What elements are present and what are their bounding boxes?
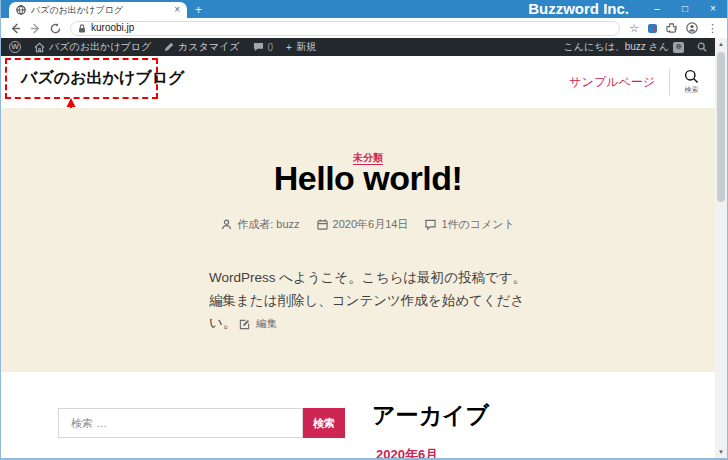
browser-titlebar: バズのお出かけブログ × + Buzzword Inc. – □ × bbox=[1, 0, 727, 18]
close-button[interactable]: × bbox=[699, 0, 727, 18]
home-icon bbox=[34, 42, 45, 53]
plus-icon: + bbox=[286, 42, 292, 53]
page-scrollbar[interactable]: ▲ ▼ bbox=[715, 38, 727, 458]
header-nav: サンプルページ 検索 bbox=[569, 69, 699, 95]
admin-search-icon bbox=[697, 42, 707, 52]
page-content: バズのお出かけブログ サンプルページ 検索 キャッチフレーズが表示されなくなりま… bbox=[1, 56, 715, 458]
footer-widgets: 検索 アーカイブ 2020年6月 bbox=[1, 372, 715, 458]
post-section: 未分類 Hello world! 作成者: buzz 2020年6月14日 1件… bbox=[1, 108, 715, 372]
footer-search-button[interactable]: 検索 bbox=[303, 408, 345, 438]
edit-icon bbox=[239, 319, 250, 330]
site-title-highlight-box: バズのお出かけブログ bbox=[5, 58, 158, 99]
minimize-button[interactable]: – bbox=[643, 0, 671, 18]
tab-close-icon[interactable]: × bbox=[174, 5, 180, 15]
site-title[interactable]: バズのお出かけブログ bbox=[21, 68, 184, 89]
admin-bar-greeting: こんにちは、buzz さん bbox=[563, 40, 669, 54]
scrollbar-down-icon[interactable]: ▼ bbox=[718, 446, 724, 458]
admin-bar-comments[interactable]: 0 bbox=[253, 42, 274, 53]
admin-bar-customize[interactable]: カスタマイズ bbox=[164, 40, 239, 54]
extensions-puzzle-icon[interactable] bbox=[666, 23, 677, 34]
admin-bar-new-label: 新規 bbox=[296, 40, 316, 54]
reload-icon[interactable] bbox=[50, 23, 61, 34]
admin-bar-my-account[interactable]: こんにちは、buzz さん bbox=[563, 40, 684, 54]
wordpress-logo-icon[interactable]: W bbox=[9, 41, 21, 53]
forward-icon[interactable] bbox=[30, 23, 41, 34]
lock-icon bbox=[78, 24, 86, 33]
admin-bar-customize-label: カスタマイズ bbox=[178, 40, 239, 54]
post-date: 2020年6月14日 bbox=[317, 217, 409, 232]
extension-shortcut-icon[interactable] bbox=[648, 24, 657, 33]
nav-sample-page-link[interactable]: サンプルページ bbox=[569, 74, 655, 91]
scrollbar-thumb[interactable] bbox=[717, 52, 725, 202]
browser-menu-icon[interactable]: ⋮ bbox=[707, 21, 718, 35]
profile-avatar-icon[interactable] bbox=[686, 22, 698, 34]
admin-bar-site-name-label: バズのお出かけブログ bbox=[49, 40, 151, 54]
archive-heading: アーカイブ bbox=[372, 400, 489, 431]
calendar-icon bbox=[317, 219, 328, 230]
footer-search-input[interactable] bbox=[58, 408, 303, 438]
browser-toolbar: kuroobi.jp ☆ ⋮ bbox=[1, 18, 727, 38]
post-date-label[interactable]: 2020年6月14日 bbox=[333, 217, 409, 232]
new-tab-button[interactable]: + bbox=[187, 2, 210, 18]
url-text: kuroobi.jp bbox=[91, 21, 134, 35]
admin-bar-new[interactable]: + 新規 bbox=[286, 40, 316, 54]
post-author: 作成者: buzz bbox=[221, 217, 299, 232]
post-comments: 1件のコメント bbox=[425, 217, 514, 232]
pencil-icon bbox=[164, 42, 174, 52]
admin-bar-site-name[interactable]: バズのお出かけブログ bbox=[34, 40, 151, 54]
scrollbar-up-icon[interactable]: ▲ bbox=[718, 38, 724, 50]
header-divider bbox=[669, 69, 670, 95]
search-icon bbox=[684, 69, 699, 84]
wp-admin-bar: W バズのお出かけブログ カスタマイズ 0 + 新規 こんにちは、buzz さん bbox=[1, 38, 715, 56]
user-avatar bbox=[673, 42, 684, 53]
post-edit-label: 編集 bbox=[256, 317, 277, 331]
header-search-toggle[interactable]: 検索 bbox=[684, 69, 699, 95]
admin-bar-comment-count: 0 bbox=[268, 42, 274, 53]
post-title: Hello world! bbox=[1, 159, 715, 198]
back-icon[interactable] bbox=[10, 23, 21, 34]
post-meta: 作成者: buzz 2020年6月14日 1件のコメント bbox=[1, 217, 715, 232]
browser-tab[interactable]: バズのお出かけブログ × bbox=[9, 2, 187, 18]
maximize-button[interactable]: □ bbox=[671, 0, 699, 18]
comment-bubble-icon bbox=[253, 42, 264, 52]
footer-search-form: 検索 bbox=[58, 408, 345, 438]
header-search-label: 検索 bbox=[685, 85, 699, 95]
bookmark-star-icon[interactable]: ☆ bbox=[629, 21, 639, 35]
window-controls: – □ × bbox=[643, 0, 727, 18]
tab-favicon-globe-icon bbox=[16, 5, 26, 15]
comments-icon bbox=[425, 219, 436, 230]
post-edit-link[interactable]: 編集 bbox=[239, 317, 277, 331]
tab-title: バズのお出かけブログ bbox=[31, 4, 169, 17]
address-bar[interactable]: kuroobi.jp bbox=[70, 21, 620, 36]
post-author-label[interactable]: 作成者: buzz bbox=[237, 217, 299, 232]
admin-bar-search[interactable] bbox=[697, 42, 707, 52]
window-title: Buzzword Inc. bbox=[528, 0, 629, 18]
post-comments-label[interactable]: 1件のコメント bbox=[441, 217, 514, 232]
browser-window: バズのお出かけブログ × + Buzzword Inc. – □ × kuroo… bbox=[0, 0, 728, 460]
author-icon bbox=[221, 219, 232, 230]
archive-month-link[interactable]: 2020年6月 bbox=[376, 446, 438, 460]
